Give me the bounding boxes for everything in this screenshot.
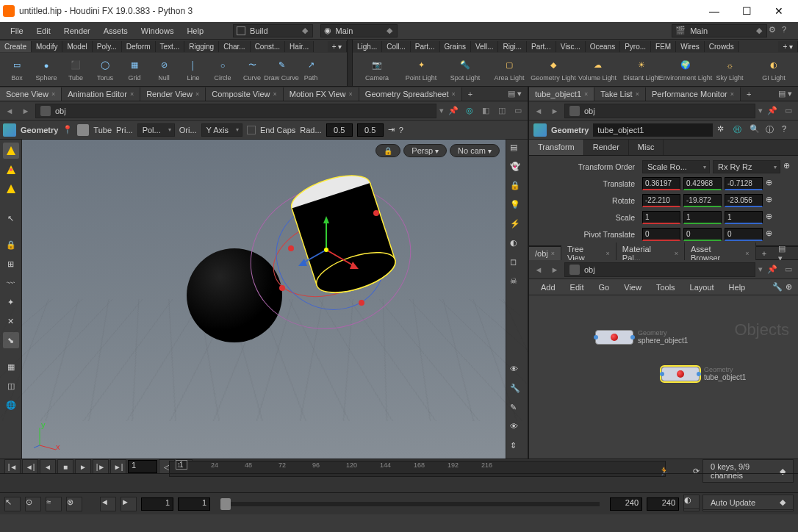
arrows-icon[interactable]: ⇕ bbox=[510, 441, 525, 456]
close-tab-icon[interactable]: × bbox=[130, 90, 134, 98]
record-icon[interactable]: ◎ bbox=[463, 104, 476, 118]
tool-line[interactable]: │Line bbox=[179, 57, 207, 83]
param-x-field[interactable]: 0 bbox=[642, 228, 680, 241]
desktop-selector-build[interactable]: Build◆ bbox=[233, 24, 312, 37]
shelf-tab[interactable]: Poly... bbox=[93, 41, 122, 52]
tool-torus[interactable]: ◯Torus bbox=[91, 57, 119, 83]
display-opts-icon[interactable]: ▤ bbox=[510, 143, 525, 157]
close-tab-icon[interactable]: × bbox=[273, 90, 276, 98]
tool-box[interactable]: ▭Box bbox=[3, 57, 31, 83]
flash-icon[interactable]: ⚡ bbox=[510, 219, 525, 234]
ch-prev-icon[interactable]: ◄ bbox=[100, 497, 116, 511]
help-icon[interactable]: ? bbox=[782, 124, 794, 136]
tool-distant-light[interactable]: ☀Distant Light bbox=[620, 57, 663, 83]
viewport[interactable]: ↖ 🔒 ⊞ 〰 ✦ ✕ ⬊ ▦ ◫ 🌐 ▤ 👻 🔒 💡 ⚡ ◐ ◻ bbox=[0, 140, 528, 459]
shelf-add-icon[interactable]: + ▾ bbox=[328, 41, 348, 52]
tab-performance-monitor[interactable]: Performance Monitor× bbox=[646, 87, 741, 101]
endcaps-checkbox[interactable] bbox=[247, 126, 256, 134]
stop-button[interactable]: ■ bbox=[57, 459, 73, 474]
pin-icon[interactable]: 📌 bbox=[766, 263, 779, 276]
shelf-tab[interactable]: Crowds bbox=[705, 41, 739, 52]
shelf-tab[interactable]: Rigging bbox=[184, 41, 219, 52]
subtab-render[interactable]: Render bbox=[584, 140, 629, 155]
close-tab-icon[interactable]: × bbox=[675, 250, 678, 257]
select-points-icon[interactable] bbox=[3, 162, 19, 178]
help-icon[interactable]: ? bbox=[399, 126, 403, 134]
param-z-field[interactable]: 0 bbox=[725, 228, 763, 241]
node-sphere_object1[interactable]: Geometrysphere_object1 bbox=[595, 329, 688, 345]
pane-menu-icon[interactable]: ▤ ▾ bbox=[502, 87, 528, 101]
range-slider[interactable] bbox=[220, 502, 600, 506]
shelf-tab[interactable]: Part... bbox=[527, 41, 556, 52]
menu-render[interactable]: Render bbox=[58, 24, 96, 37]
tool-volume-light[interactable]: ☁Volume Light bbox=[576, 57, 619, 83]
skull-icon[interactable]: ☠ bbox=[510, 276, 525, 291]
eye2-icon[interactable]: 👁 bbox=[510, 422, 525, 436]
tool-draw-curve[interactable]: ✎Draw Curve bbox=[267, 57, 295, 83]
node-tube_object1[interactable]: Geometrytube_object1 bbox=[661, 366, 746, 381]
menu-windows[interactable]: Windows bbox=[135, 24, 180, 37]
snap-curve-icon[interactable]: 〰 bbox=[3, 275, 19, 291]
settings-icon[interactable]: ⚙ bbox=[769, 25, 780, 37]
ch-next-icon[interactable]: ► bbox=[121, 497, 137, 511]
shelf-tab[interactable]: Pyro... bbox=[620, 41, 651, 52]
lock2-icon[interactable]: 🔒 bbox=[510, 181, 525, 195]
ch-tool3-icon[interactable]: ≈ bbox=[46, 497, 62, 511]
pin-icon[interactable]: 📍 bbox=[62, 125, 73, 134]
select-obj-icon[interactable] bbox=[3, 143, 19, 159]
nav-fwd-icon[interactable]: ► bbox=[548, 104, 561, 118]
param-menu-icon[interactable]: ⊕ bbox=[766, 212, 777, 223]
path-field[interactable]: obj bbox=[564, 262, 755, 277]
timeline-ruler[interactable]: 1 124487296120144168192216 bbox=[169, 461, 666, 477]
nw-menu-edit[interactable]: Edit bbox=[564, 281, 590, 293]
tool-gi-light[interactable]: ◐GI Light bbox=[752, 57, 795, 83]
nw-menu-add[interactable]: Add bbox=[535, 281, 561, 293]
tool-area-light[interactable]: ▢Area Light bbox=[488, 57, 531, 83]
realtime-button[interactable]: 🏃 bbox=[659, 467, 681, 476]
subtab-transform[interactable]: Transform bbox=[529, 140, 584, 155]
tube-geometry[interactable] bbox=[272, 184, 389, 331]
first-frame-button[interactable]: |◄ bbox=[4, 459, 21, 474]
param-y-field[interactable]: 1 bbox=[683, 211, 722, 224]
ghost-icon[interactable]: 👻 bbox=[510, 162, 525, 176]
path-field[interactable]: obj bbox=[35, 104, 436, 118]
tab-motion-fx-view[interactable]: Motion FX View× bbox=[284, 87, 359, 101]
tab-animation-editor[interactable]: Animation Editor× bbox=[62, 87, 140, 101]
nw-menu-help[interactable]: Help bbox=[723, 281, 752, 293]
range-start-field[interactable]: 1 bbox=[141, 497, 173, 511]
houdini-icon[interactable]: Ⓗ bbox=[733, 124, 745, 136]
param-y-field[interactable]: -19.872 bbox=[683, 194, 722, 207]
close-tab-icon[interactable]: × bbox=[51, 90, 55, 98]
tab-render-view[interactable]: Render View× bbox=[140, 87, 206, 101]
menu-assets[interactable]: Assets bbox=[98, 24, 134, 37]
split-icon[interactable]: ▭ bbox=[782, 104, 795, 118]
range-end2-field[interactable]: 240 bbox=[647, 497, 679, 511]
shelf-tab[interactable]: Visc... bbox=[556, 41, 586, 52]
tool-point-light[interactable]: ✦Point Light bbox=[400, 57, 442, 83]
shelf-tab[interactable]: Rigi... bbox=[498, 41, 527, 52]
tool-null[interactable]: ⊘Null bbox=[150, 57, 178, 83]
object-name-field[interactable]: tube_object1 bbox=[593, 123, 713, 137]
shelf-tab[interactable]: Vell... bbox=[471, 41, 498, 52]
step-back-button[interactable]: ◄| bbox=[22, 459, 38, 474]
close-tab-icon[interactable]: × bbox=[584, 90, 588, 98]
slider-knob[interactable] bbox=[220, 498, 231, 510]
shelf-tab[interactable]: Part... bbox=[411, 41, 440, 52]
tool-sky-light[interactable]: ☼Sky Light bbox=[708, 57, 751, 83]
shelf-tab[interactable]: Hair... bbox=[285, 41, 314, 52]
add-tab-button[interactable]: + bbox=[741, 87, 757, 101]
pointer-icon[interactable]: ↖ bbox=[3, 210, 19, 226]
menu-edit[interactable]: Edit bbox=[31, 24, 57, 37]
menu-help[interactable]: Help bbox=[181, 24, 209, 37]
param-menu-icon[interactable]: ⊕ bbox=[783, 161, 795, 173]
nav-fwd-icon[interactable]: ► bbox=[548, 263, 561, 276]
tab-composite-view[interactable]: Composite View× bbox=[206, 87, 284, 101]
shelf-tab[interactable]: Const... bbox=[251, 41, 285, 52]
tool-circle[interactable]: ○Circle bbox=[209, 57, 237, 83]
shelf-tab[interactable]: Oceans bbox=[586, 41, 620, 52]
network-view[interactable]: AddEditGoViewToolsLayoutHelp🔧⊕ Objects G… bbox=[529, 279, 798, 459]
shelf-tab[interactable]: Text... bbox=[156, 41, 185, 52]
tool-grid[interactable]: ▦Grid bbox=[121, 57, 148, 83]
menu-file[interactable]: File bbox=[4, 24, 29, 37]
tool-spot-light[interactable]: 🔦Spot Light bbox=[444, 57, 486, 83]
